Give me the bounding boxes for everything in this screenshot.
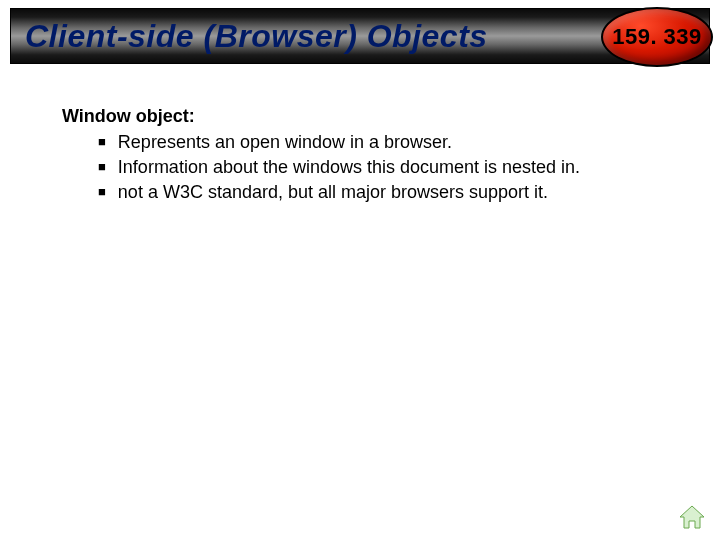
list-item: ■ Information about the windows this doc… [98, 155, 690, 180]
slide-title: Client-side (Browser) Objects [25, 18, 488, 55]
slide-number: 159. 339 [612, 24, 702, 50]
list-item: ■ not a W3C standard, but all major brow… [98, 180, 690, 205]
home-icon[interactable] [678, 504, 706, 530]
bullet-text: Information about the windows this docum… [118, 155, 580, 179]
slide-number-badge: 159. 339 [601, 7, 713, 67]
bullet-icon: ■ [98, 155, 106, 180]
svg-marker-0 [680, 506, 704, 528]
bullet-text: not a W3C standard, but all major browse… [118, 180, 548, 204]
bullet-icon: ■ [98, 130, 106, 155]
list-item: ■ Represents an open window in a browser… [98, 130, 690, 155]
slide-content: Window object: ■ Represents an open wind… [62, 104, 690, 204]
bullet-list: ■ Represents an open window in a browser… [98, 130, 690, 204]
title-bar: Client-side (Browser) Objects 159. 339 [10, 8, 710, 64]
bullet-icon: ■ [98, 180, 106, 205]
content-heading: Window object: [62, 104, 690, 128]
bullet-text: Represents an open window in a browser. [118, 130, 452, 154]
